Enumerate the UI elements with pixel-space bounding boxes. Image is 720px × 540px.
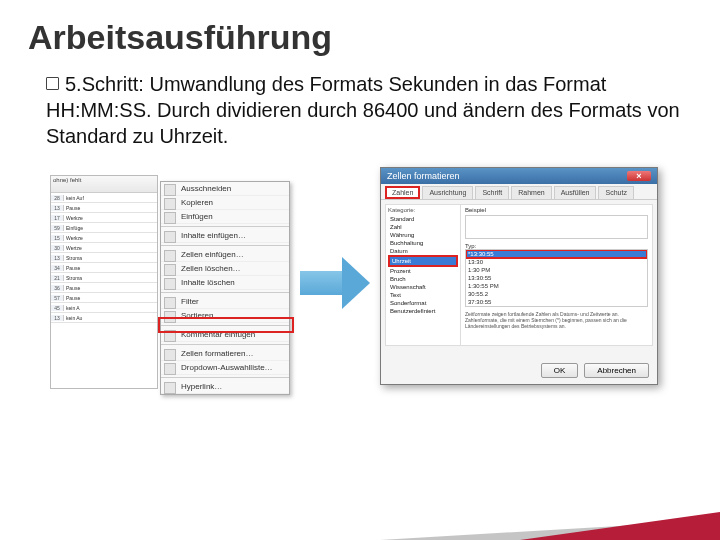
figures-area: ohne) fehlt 28kein Auf13Pause17Werkze59E… [0, 167, 720, 417]
type-item[interactable]: 1:30 PM [466, 266, 647, 274]
category-item[interactable]: Text [388, 291, 458, 299]
row-number: 15 [51, 235, 64, 241]
context-menu-item[interactable]: Zellen formatieren… [161, 347, 289, 361]
cell-value: Stroma [64, 255, 157, 261]
step-prefix: 5.Schritt: [65, 73, 144, 95]
context-menu-item[interactable]: Inhalte einfügen… [161, 229, 289, 243]
cell-value: Stroma [64, 275, 157, 281]
cell-value: kein Auf [64, 195, 157, 201]
dialog-tabs: ZahlenAusrichtungSchriftRahmenAusfüllenS… [381, 184, 657, 200]
cell-value: Pause [64, 295, 157, 301]
cell-value: Einfüge [64, 225, 157, 231]
category-item[interactable]: Datum [388, 247, 458, 255]
category-item[interactable]: Bruch [388, 275, 458, 283]
menu-item-icon [164, 297, 176, 309]
dialog-body: Kategorie: StandardZahlWährungBuchhaltun… [385, 204, 653, 346]
category-item[interactable]: Währung [388, 231, 458, 239]
context-menu-item[interactable]: Ausschneiden [161, 182, 289, 196]
category-item[interactable]: Sonderformat [388, 299, 458, 307]
row-number: 30 [51, 245, 64, 251]
row-number: 36 [51, 285, 64, 291]
row-number: 45 [51, 305, 64, 311]
format-cells-dialog: Zellen formatieren × ZahlenAusrichtungSc… [380, 167, 658, 385]
context-menu-item[interactable]: Kommentar einfügen [161, 328, 289, 342]
category-item[interactable]: Buchhaltung [388, 239, 458, 247]
ok-button[interactable]: OK [541, 363, 579, 378]
dialog-tab[interactable]: Rahmen [511, 186, 551, 199]
category-item[interactable]: Wissenschaft [388, 283, 458, 291]
row-number: 17 [51, 215, 64, 221]
row-number: 13 [51, 205, 64, 211]
context-menu-item[interactable]: Filter [161, 295, 289, 309]
menu-item-icon [164, 278, 176, 290]
excel-row: 59Einfüge [51, 223, 157, 233]
row-number: 34 [51, 265, 64, 271]
row-number: 13 [51, 255, 64, 261]
category-item[interactable]: Prozent [388, 267, 458, 275]
type-item[interactable]: 13:30:55 [466, 274, 647, 282]
body-paragraph: 5.Schritt: Umwandlung des Formats Sekund… [0, 57, 720, 149]
cell-value: Pause [64, 205, 157, 211]
menu-item-icon [164, 212, 176, 224]
sample-box [465, 215, 648, 239]
context-menu-item[interactable]: Hyperlink… [161, 380, 289, 394]
cell-value: Wertze [64, 245, 157, 251]
menu-item-icon [164, 264, 176, 276]
dialog-tab[interactable]: Ausrichtung [422, 186, 473, 199]
cell-value: Werkze [64, 235, 157, 241]
excel-row: 13Stroma [51, 253, 157, 263]
type-item[interactable]: 30:55.2 [466, 290, 647, 298]
category-item[interactable]: Uhrzeit [388, 255, 458, 267]
cell-value: Pause [64, 265, 157, 271]
cell-value: kein Au [64, 315, 157, 321]
row-number: 21 [51, 275, 64, 281]
type-item[interactable]: *13:30:55 [466, 250, 647, 258]
menu-item-icon [164, 250, 176, 262]
context-menu-item[interactable]: Zellen löschen… [161, 262, 289, 276]
context-menu-item[interactable]: Einfügen [161, 210, 289, 224]
row-number: 59 [51, 225, 64, 231]
accent-shape-red [520, 512, 720, 540]
dialog-tab[interactable]: Ausfüllen [554, 186, 597, 199]
cell-value: Pause [64, 285, 157, 291]
excel-row: 36Pause [51, 283, 157, 293]
excel-row: 13kein Au [51, 313, 157, 323]
cell-value: kein A [64, 305, 157, 311]
context-menu-item[interactable]: Zellen einfügen… [161, 248, 289, 262]
context-menu-item[interactable]: Dropdown-Auswahlliste… [161, 361, 289, 375]
excel-fragment: ohne) fehlt 28kein Auf13Pause17Werkze59E… [50, 175, 158, 389]
sample-area: Beispiel Typ: *13:30:5513:301:30 PM13:30… [461, 205, 652, 345]
type-list: *13:30:5513:301:30 PM13:30:551:30:55 PM3… [465, 249, 648, 307]
close-icon[interactable]: × [627, 171, 651, 181]
type-item[interactable]: 37:30:55 [466, 298, 647, 306]
cancel-button[interactable]: Abbrechen [584, 363, 649, 378]
menu-item-icon [164, 382, 176, 394]
dialog-tab[interactable]: Schrift [475, 186, 509, 199]
category-label: Kategorie: [388, 207, 458, 213]
excel-row: 28kein Auf [51, 193, 157, 203]
context-menu-item[interactable]: Inhalte löschen [161, 276, 289, 290]
context-menu-item[interactable]: Sortieren [161, 309, 289, 323]
bullet-icon [46, 77, 59, 90]
dialog-tab[interactable]: Zahlen [385, 186, 420, 199]
excel-row: 57Pause [51, 293, 157, 303]
context-menu-item[interactable]: Kopieren [161, 196, 289, 210]
dialog-titlebar: Zellen formatieren × [381, 168, 657, 184]
category-item[interactable]: Benutzerdefiniert [388, 307, 458, 315]
type-item[interactable]: 13:30 [466, 258, 647, 266]
dialog-title-text: Zellen formatieren [387, 171, 460, 181]
cell-value: Werkze [64, 215, 157, 221]
dialog-tab[interactable]: Schutz [598, 186, 633, 199]
row-number: 28 [51, 195, 64, 201]
type-item[interactable]: 1:30:55 PM [466, 282, 647, 290]
category-item[interactable]: Zahl [388, 223, 458, 231]
excel-row: 17Werkze [51, 213, 157, 223]
menu-item-icon [164, 330, 176, 342]
excel-row: 15Werkze [51, 233, 157, 243]
row-number: 57 [51, 295, 64, 301]
arrow-icon [300, 257, 370, 309]
excel-row: 13Pause [51, 203, 157, 213]
sample-label: Beispiel [465, 207, 648, 213]
category-item[interactable]: Standard [388, 215, 458, 223]
excel-row: 45kein A [51, 303, 157, 313]
